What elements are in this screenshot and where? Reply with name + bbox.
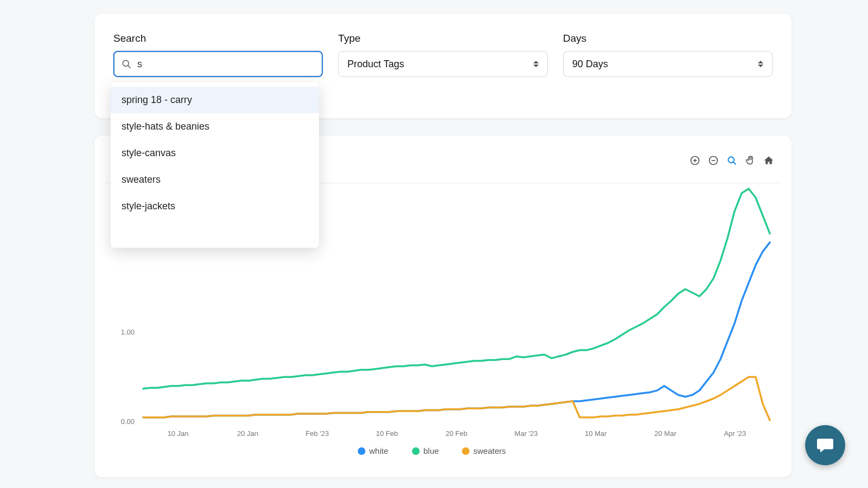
type-select[interactable]: Product Tags [338,51,547,77]
autocomplete-item[interactable]: style-jackets [111,193,319,220]
autocomplete-item[interactable]: style-hats & beanies [111,113,319,140]
svg-text:Mar '23: Mar '23 [514,429,538,438]
svg-text:sweaters: sweaters [474,446,506,455]
search-icon [121,59,132,69]
autocomplete-item[interactable]: style-canvas [111,140,319,166]
chat-fab[interactable] [805,425,845,465]
chevron-updown-icon [533,61,539,67]
svg-text:0.00: 0.00 [121,418,135,426]
search-box[interactable] [113,51,323,77]
type-select-value: Product Tags [347,59,404,70]
svg-text:1.00: 1.00 [121,328,135,336]
zoom-in-icon[interactable] [688,154,701,167]
svg-line-1 [128,66,131,68]
days-field: Days 90 Days [563,33,773,102]
svg-point-0 [123,60,129,66]
search-input[interactable] [137,59,315,70]
type-field: Type Product Tags [338,33,547,102]
chat-icon [815,435,835,455]
zoom-selection-icon[interactable] [725,154,738,167]
svg-point-23 [412,447,420,455]
svg-point-25 [462,447,470,455]
svg-text:10 Mar: 10 Mar [585,429,607,438]
svg-text:20 Jan: 20 Jan [237,429,258,438]
type-label: Type [338,33,547,44]
svg-text:10 Jan: 10 Jan [168,429,189,438]
chart-toolbar [688,154,775,167]
autocomplete-item[interactable]: sweaters [111,166,319,193]
search-label: Search [113,33,323,44]
days-label: Days [563,33,773,44]
svg-text:Apr '23: Apr '23 [724,429,746,438]
svg-point-7 [728,157,734,163]
svg-line-8 [733,162,736,165]
autocomplete-item[interactable]: spring 18 - carry [111,87,319,113]
svg-text:white: white [369,446,388,455]
pan-icon[interactable] [744,154,757,167]
svg-text:20 Mar: 20 Mar [654,429,676,438]
autocomplete-dropdown: spring 18 - carrystyle-hats & beaniessty… [111,82,319,248]
svg-text:blue: blue [424,446,439,455]
svg-point-21 [358,447,366,455]
days-select[interactable]: 90 Days [563,51,773,77]
svg-text:10 Feb: 10 Feb [376,429,398,438]
home-icon[interactable] [762,154,775,167]
zoom-out-icon[interactable] [707,154,720,167]
svg-text:20 Feb: 20 Feb [445,429,467,438]
chevron-updown-icon [758,61,763,67]
svg-text:Feb '23: Feb '23 [305,429,329,438]
days-select-value: 90 Days [572,59,608,70]
